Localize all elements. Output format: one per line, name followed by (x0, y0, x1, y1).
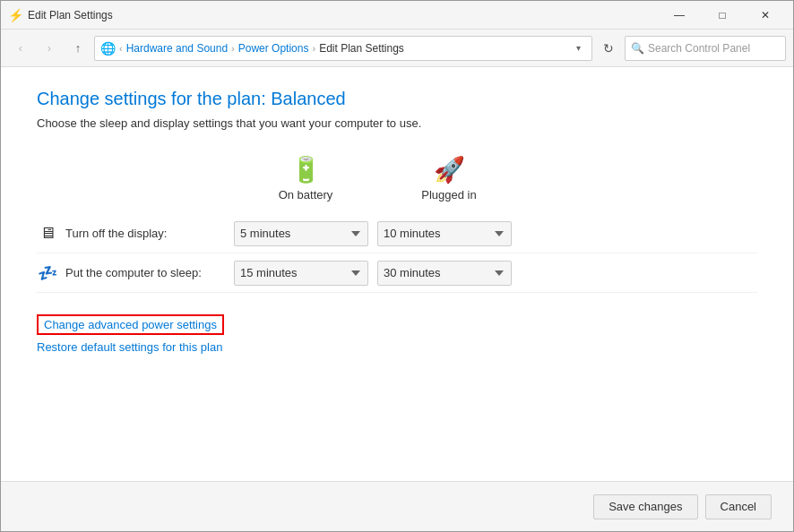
page-subtitle: Choose the sleep and display settings th… (37, 116, 757, 130)
back-button[interactable]: ‹ (8, 36, 33, 61)
advanced-link-wrapper: Change advanced power settings (37, 314, 224, 335)
breadcrumb-sep-2: › (312, 43, 315, 54)
display-setting-row: 🖥 Turn off the display: 1 minute 2 minut… (37, 214, 757, 253)
page-title: Change settings for the plan: Balanced (37, 89, 757, 109)
sleep-label: Put the computer to sleep: (65, 266, 202, 279)
breadcrumb-sep-0: ‹ (119, 43, 123, 54)
sleep-icon: 💤 (37, 263, 58, 283)
display-pluggedin-col: 1 minute 2 minutes 3 minutes 5 minutes 1… (377, 221, 521, 246)
title-bar: ⚡ Edit Plan Settings — □ ✕ (1, 1, 793, 30)
sleep-pluggedin-col: 1 minute 5 minutes 10 minutes 15 minutes… (377, 261, 521, 286)
sleep-setting-row: 💤 Put the computer to sleep: 1 minute 5 … (37, 253, 757, 293)
save-button[interactable]: Save changes (593, 494, 697, 519)
address-bar: 🌐 ‹ Hardware and Sound › Power Options ›… (94, 36, 592, 61)
window-controls: — □ ✕ (659, 1, 786, 30)
advanced-power-link[interactable]: Change advanced power settings (44, 318, 217, 331)
sleep-pluggedin-select[interactable]: 1 minute 5 minutes 10 minutes 15 minutes… (377, 261, 512, 286)
maximize-button[interactable]: □ (702, 1, 743, 30)
display-pluggedin-select[interactable]: 1 minute 2 minutes 3 minutes 5 minutes 1… (377, 221, 512, 246)
links-section: Change advanced power settings Restore d… (37, 314, 757, 354)
display-label: Turn off the display: (65, 227, 167, 240)
main-window: ⚡ Edit Plan Settings — □ ✕ ‹ › ↑ 🌐 ‹ Har… (0, 0, 794, 532)
display-icon: 🖥 (37, 224, 58, 243)
up-button[interactable]: ↑ (65, 36, 91, 61)
display-battery-col: 1 minute 2 minutes 3 minutes 5 minutes 1… (234, 221, 377, 246)
settings-grid: 🖥 Turn off the display: 1 minute 2 minut… (37, 214, 757, 293)
breadcrumb-current: Edit Plan Settings (319, 42, 404, 55)
sleep-label-area: 💤 Put the computer to sleep: (37, 263, 234, 283)
column-headers: 🔋 On battery 🚀 Plugged in (37, 155, 757, 202)
display-label-area: 🖥 Turn off the display: (37, 224, 234, 243)
battery-column-header: 🔋 On battery (234, 155, 377, 202)
globe-icon: 🌐 (100, 41, 116, 56)
forward-button[interactable]: › (37, 36, 62, 61)
search-icon: 🔍 (631, 42, 644, 55)
battery-icon: 🔋 (290, 155, 322, 184)
refresh-button[interactable]: ↻ (596, 36, 621, 61)
breadcrumb-power[interactable]: Power Options (238, 42, 309, 55)
search-box[interactable]: 🔍 Search Control Panel (625, 36, 786, 61)
content-area: Change settings for the plan: Balanced C… (1, 67, 793, 531)
minimize-button[interactable]: — (659, 1, 700, 30)
battery-column-label: On battery (279, 188, 333, 202)
footer: Save changes Cancel (1, 481, 793, 531)
window-icon: ⚡ (8, 8, 22, 22)
navigation-bar: ‹ › ↑ 🌐 ‹ Hardware and Sound › Power Opt… (1, 30, 793, 67)
rocket-icon: 🚀 (434, 155, 465, 184)
window-title: Edit Plan Settings (28, 9, 659, 21)
pluggedin-column-header: 🚀 Plugged in (377, 155, 521, 202)
sleep-battery-col: 1 minute 5 minutes 10 minutes 15 minutes… (234, 261, 377, 286)
sleep-battery-select[interactable]: 1 minute 5 minutes 10 minutes 15 minutes… (234, 261, 368, 286)
address-dropdown-icon[interactable]: ▾ (570, 40, 586, 56)
breadcrumb-hardware[interactable]: Hardware and Sound (126, 42, 228, 55)
breadcrumb-sep-1: › (231, 43, 235, 54)
search-placeholder: Search Control Panel (648, 42, 750, 55)
pluggedin-column-label: Plugged in (421, 188, 476, 202)
close-button[interactable]: ✕ (745, 1, 786, 30)
cancel-button[interactable]: Cancel (705, 494, 772, 519)
restore-defaults-link[interactable]: Restore default settings for this plan (37, 340, 757, 354)
display-battery-select[interactable]: 1 minute 2 minutes 3 minutes 5 minutes 1… (234, 221, 368, 246)
main-content: Change settings for the plan: Balanced C… (1, 67, 793, 481)
